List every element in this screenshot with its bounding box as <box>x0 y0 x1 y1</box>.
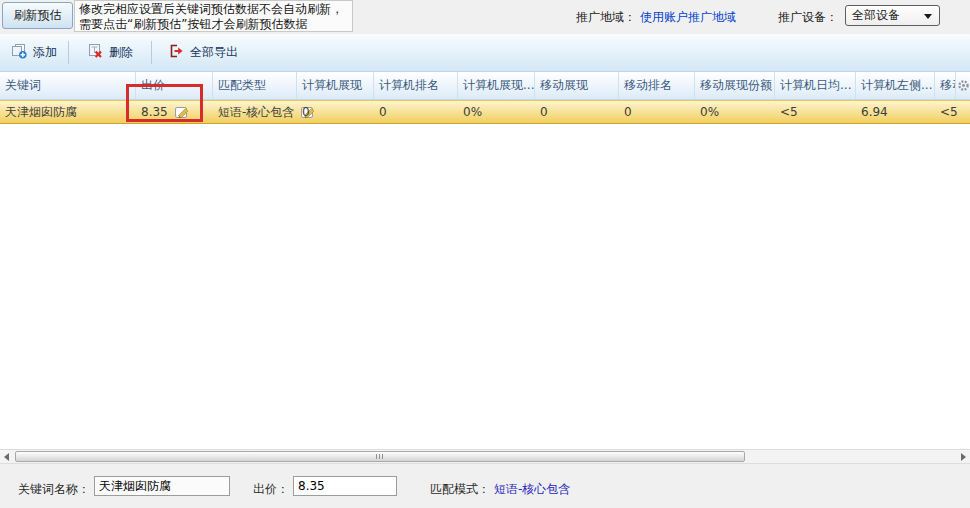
edit-bid-icon[interactable] <box>175 106 190 119</box>
chevron-down-icon <box>924 14 932 19</box>
delete-icon <box>87 43 103 62</box>
column-header-pc-rank[interactable]: 计算机排名 <box>374 72 458 99</box>
match-mode-label: 匹配模式： <box>430 481 490 498</box>
column-settings-gear-icon[interactable] <box>955 72 970 99</box>
edit-panel: 关键词名称： 出价： 匹配模式： 短语-核心包含 <box>0 464 970 508</box>
refresh-estimate-button[interactable]: 刷新预估 <box>2 2 73 29</box>
export-all-button[interactable]: 全部导出 <box>168 34 238 71</box>
device-select[interactable]: 全部设备 <box>845 5 940 26</box>
column-header-pc-daily[interactable]: 计算机日均... <box>775 72 856 99</box>
column-header-mobile-rank[interactable]: 移动排名 <box>619 72 695 99</box>
column-header-pc-impressions[interactable]: 计算机展现 <box>297 72 374 99</box>
column-header-match-type[interactable]: 匹配类型 <box>213 72 297 99</box>
scroll-right-arrow-icon[interactable] <box>957 452 969 462</box>
selected-keyword-row[interactable]: 天津烟囱防腐 8.35 短语-核心包含 0 0 0% 0 0 0% <5 6.9… <box>0 100 970 124</box>
cell-mobile-clipped: <5 <box>935 101 970 123</box>
cell-bid: 8.35 <box>136 101 213 123</box>
cell-keyword: 天津烟囱防腐 <box>0 101 136 123</box>
delete-button[interactable]: 删除 <box>87 34 133 71</box>
cell-mobile-rank: 0 <box>619 101 695 123</box>
scrollbar-grip-icon <box>376 454 384 459</box>
scrollbar-thumb[interactable] <box>15 451 745 462</box>
notice-line-1: 修改完相应设置后关键词预估数据不会自动刷新， <box>79 2 348 17</box>
toolbar-separator <box>151 41 152 64</box>
table-header-row: 关键词 出价 匹配类型 计算机展现 计算机排名 计算机展现... 移动展现 移动… <box>0 72 970 100</box>
column-header-pc-left[interactable]: 计算机左侧... <box>856 72 935 99</box>
cell-pc-daily: <5 <box>775 101 856 123</box>
column-header-mobile-clipped[interactable]: 移动 <box>935 72 955 99</box>
column-header-bid[interactable]: 出价 <box>136 72 213 99</box>
add-icon <box>11 43 27 62</box>
horizontal-scrollbar[interactable] <box>0 449 970 464</box>
keyword-estimate-window: 刷新预估 修改完相应设置后关键词预估数据不会自动刷新， 需要点击“刷新预估”按钮… <box>0 0 970 508</box>
notice-line-2: 需要点击“刷新预估”按钮才会刷新预估数据 <box>79 17 348 32</box>
cell-pc-impressions: 0 <box>297 101 374 123</box>
add-button[interactable]: 添加 <box>11 34 57 71</box>
column-header-mobile-impr-share[interactable]: 移动展现份额 <box>695 72 775 99</box>
column-header-pc-impr-share[interactable]: 计算机展现... <box>458 72 535 99</box>
toolbar-separator <box>68 41 69 64</box>
top-bar: 刷新预估 修改完相应设置后关键词预估数据不会自动刷新， 需要点击“刷新预估”按钮… <box>0 0 970 34</box>
promo-region-label: 推广地域： <box>576 9 636 26</box>
cell-pc-left: 6.94 <box>856 101 935 123</box>
cell-match-type: 短语-核心包含 <box>213 101 297 123</box>
bid-label: 出价： <box>253 481 289 498</box>
cell-pc-impr-share: 0% <box>458 101 535 123</box>
column-header-mobile-impressions[interactable]: 移动展现 <box>535 72 619 99</box>
column-header-keyword[interactable]: 关键词 <box>0 72 136 99</box>
delete-button-label: 删除 <box>109 44 133 61</box>
keyword-name-input[interactable] <box>94 476 230 496</box>
toolbar: 添加 删除 全部导出 <box>0 34 970 72</box>
scroll-left-arrow-icon[interactable] <box>1 452 13 462</box>
match-mode-link[interactable]: 短语-核心包含 <box>494 481 570 498</box>
promo-region-link[interactable]: 使用账户推广地域 <box>640 9 736 26</box>
add-button-label: 添加 <box>33 44 57 61</box>
refresh-notice: 修改完相应设置后关键词预估数据不会自动刷新， 需要点击“刷新预估”按钮才会刷新预… <box>74 0 353 32</box>
keyword-name-label: 关键词名称： <box>18 481 90 498</box>
cell-mobile-impr-share: 0% <box>695 101 775 123</box>
cell-pc-rank: 0 <box>374 101 458 123</box>
bid-input[interactable] <box>293 476 397 496</box>
export-button-label: 全部导出 <box>190 44 238 61</box>
promo-device-label: 推广设备： <box>778 9 838 26</box>
cell-mobile-impressions: 0 <box>535 101 619 123</box>
export-icon <box>168 43 184 62</box>
device-select-value: 全部设备 <box>852 8 900 22</box>
